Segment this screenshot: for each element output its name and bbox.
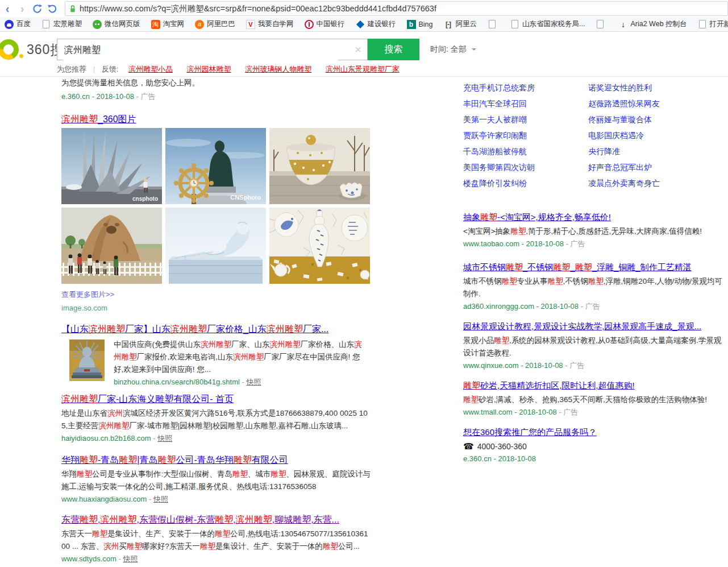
bookmark-shandong-tax[interactable]: 山东省国家税务局... <box>510 19 585 29</box>
time-filter-label: 时间: <box>430 44 448 53</box>
result-title-link[interactable]: 滨州雕塑厂家-山东海义雕塑有限公司- 首页 <box>61 393 234 405</box>
wechat-icon <box>93 20 102 29</box>
bookmark-ccb[interactable]: 建设银行 <box>356 19 396 29</box>
https-lock-icon <box>69 5 76 13</box>
suggestion-link[interactable]: 滨州山东景观雕塑厂家 <box>326 65 400 73</box>
guanyin-statue-thumbnail[interactable] <box>69 340 105 381</box>
promote-service-link[interactable]: 想在360搜索推广您的产品服务吗？ <box>463 427 597 438</box>
feedback-link[interactable]: 反馈: <box>102 65 119 73</box>
bookmark-untitled-1[interactable] <box>488 20 500 28</box>
page-icon <box>511 20 518 28</box>
bookmark-hongjing-diaosu[interactable]: 宏景雕塑 <box>41 19 82 29</box>
search-header: 360搜索 × 搜索 时间: 全部 为您推荐 | 反馈: 滨州雕塑小品 滨州园林… <box>0 32 728 77</box>
suggestion-link[interactable]: 滨州园林雕塑 <box>187 65 231 73</box>
news-link[interactable]: 佟丽娅与董璇合体 <box>588 111 725 127</box>
results-column: 为您提供海量相关信息，助您安心上网。 e.360.cn - 2018-10-08… <box>61 77 372 565</box>
search-box[interactable]: × <box>57 39 368 60</box>
steel-fan-sculpture-image[interactable]: cnsphoto <box>61 128 162 204</box>
porcelain-mosaic-vase-image[interactable] <box>269 208 370 284</box>
result-cite: haiyidiaosu.cn.b2b168.com - 快照 <box>61 432 372 445</box>
news-link[interactable]: 好声音总冠军出炉 <box>588 159 725 175</box>
bookmark-51zxw[interactable]: V我要自学网 <box>246 19 294 29</box>
more-images-link[interactable]: 查看更多图片>> <box>61 289 114 300</box>
alibaba-icon: a <box>195 20 204 29</box>
ad-title-link[interactable]: 雕塑砂岩,天猫精选折扣区,限时让利,超值惠购! <box>463 380 635 391</box>
bookmark-alibaba[interactable]: a阿里巴巴 <box>195 19 235 29</box>
news-link[interactable]: 丰田汽车全球召回 <box>463 96 588 111</box>
back-icon[interactable]: ‹ <box>0 0 15 17</box>
page-icon <box>597 20 604 28</box>
suggestion-link[interactable]: 滨州玻璃钢人物雕塑 <box>245 65 311 73</box>
news-link[interactable]: 美国务卿第四次访朝 <box>463 159 588 175</box>
news-link[interactable]: 赵薇路透照惊呆网友 <box>588 96 725 111</box>
suggestion-link[interactable]: 滨州雕塑小品 <box>128 65 173 73</box>
svg-text:cnsphoto: cnsphoto <box>132 196 158 202</box>
bookmark-wechat-web[interactable]: 微信网页版 <box>93 19 140 29</box>
51zxw-icon: V <box>246 20 255 29</box>
news-link[interactable]: 贾跃亭许家印闹翻 <box>463 127 588 143</box>
result-cite: www.huaxiangdiaosu.com - 快照 <box>61 493 372 506</box>
ad-cite: www.taobao.com - 2018-10-08 - 广告 <box>463 238 725 250</box>
search-result: 【山东滨州雕塑厂家】山东滨州雕塑厂家价格_山东滨州雕塑厂家... 中国供应商(免… <box>61 323 372 388</box>
bookmark-new-tab[interactable]: 打开新的标签页 <box>698 19 728 29</box>
bookmark-bank-of-china[interactable]: 中国银行 <box>305 19 345 29</box>
result-snippet: 华翔雕塑公司是专业从事制作:大型假山假树、青岛雕塑、城市雕塑、园林景观、庭院设计… <box>61 468 372 493</box>
news-link[interactable]: 诺奖迎女性的胜利 <box>588 80 725 96</box>
result-cite: binzhou.china.cn/search/80b41g.shtml - 快… <box>114 376 362 388</box>
forward-icon[interactable]: › <box>15 0 30 17</box>
news-link[interactable]: 美第一夫人被群嘲 <box>463 111 588 127</box>
bookmark-baidu[interactable]: 百度 <box>5 19 31 29</box>
ad-snippet: 雕塑砂岩,满减、秒杀、抢购,365天不间断,天猫给你极致的生活购物体验! <box>463 394 725 406</box>
search-input[interactable] <box>63 40 338 60</box>
result-title-link[interactable]: 【山东滨州雕塑厂家】山东滨州雕塑厂家价格_山东滨州雕塑厂家... <box>61 323 328 335</box>
result-title-link[interactable]: 东营雕塑,滨州雕塑,东营假山假树-东营雕塑,滨州雕塑,聊城雕塑,东营... <box>61 514 339 525</box>
bookmark-aliyun[interactable]: [-]阿里云 <box>444 19 477 29</box>
search-result: 华翔雕塑-青岛雕塑|青岛雕塑公司-青岛华翔雕塑有限公司 华翔雕塑公司是专业从事制… <box>61 454 372 506</box>
page-icon <box>43 20 49 28</box>
chevron-down-icon <box>472 48 476 53</box>
undo-icon[interactable] <box>47 3 58 14</box>
search-button[interactable]: 搜索 <box>368 39 419 60</box>
result-snippet: 中国供应商(免费提供山东滨州雕塑厂家、山东滨州雕塑厂家价格、山东滨州雕塑厂家报价… <box>114 338 362 376</box>
ad-title-link[interactable]: 城市不锈钢雕塑_不锈钢雕塑_雕塑_浮雕_铜雕_制作工艺精湛 <box>463 262 692 273</box>
sand-sculpture-visitors-image[interactable] <box>61 208 162 284</box>
result-title-link[interactable]: 华翔雕塑-青岛雕塑|青岛雕塑公司-青岛华翔雕塑有限公司 <box>61 454 288 466</box>
news-link[interactable]: 凌晨点外卖离奇身亡 <box>588 175 725 191</box>
marble-mother-baby-sculpture-image[interactable] <box>165 208 266 284</box>
time-filter-dropdown[interactable]: 时间: 全部 <box>430 44 476 55</box>
search-result: 滨州雕塑厂家-山东海义雕塑有限公司- 首页 地址是山东省滨州滨城区经济开发区黄河… <box>61 393 372 445</box>
news-link[interactable]: 充电手机订总统套房 <box>463 80 588 96</box>
ad-title-link[interactable]: 抽象雕塑-<淘宝网>,规格齐全,畅享低价! <box>463 212 611 223</box>
mosaic-teacup-sculpture-image[interactable] <box>269 128 370 204</box>
browser-nav-row: ‹ › https://www.so.com/s?q=滨州雕塑&src=srp&… <box>0 0 728 17</box>
url-text: https://www.so.com/s?q=滨州雕塑&src=srp&fr=n… <box>80 3 436 14</box>
ad-snippet: 景观小品雕塑,系统的园林景观设计教程,从0基础到高级,大量高端案例.学景观设计首… <box>463 334 725 359</box>
bookmark-aria2[interactable]: ↓Aria2 Web 控制台 <box>618 19 687 29</box>
divider: | <box>93 65 95 73</box>
url-bar[interactable]: https://www.so.com/s?q=滨州雕塑&src=srp&fr=n… <box>65 1 728 16</box>
suggestions-row: 为您推荐 | 反馈: 滨州雕塑小品 滨州园林雕塑 滨州玻璃钢人物雕塑 滨州山东景… <box>57 64 411 75</box>
page-icon <box>489 20 496 28</box>
bronze-statue-ship-wheel-image[interactable]: CNSphoto <box>165 128 266 204</box>
result-snippet: 东营天一雕塑是集设计、生产、安装于一体的雕塑公司,热线电话:1305467507… <box>61 528 372 553</box>
refresh-icon[interactable] <box>32 3 43 14</box>
image-grid: cnsphoto CNSphoto <box>61 128 370 284</box>
ad-cite: www.tmall.com - 2018-10-08 - 广告 <box>463 406 725 419</box>
bing-icon: b <box>407 20 416 29</box>
ad-cite: ad360.xinronggg.com - 2018-10-08 - 广告 <box>463 300 725 313</box>
ad-title-link[interactable]: 园林景观设计教程,景观设计实战教学,园林景观高手速成_景观... <box>463 321 701 332</box>
clear-search-icon[interactable]: × <box>355 43 361 56</box>
bookmark-untitled-2[interactable] <box>596 20 608 28</box>
boc-icon <box>305 20 314 29</box>
result-snippet: 地址是山东省滨州滨城区经济开发区黄河六路516号,联系方式是1876663887… <box>61 407 372 432</box>
news-link[interactable]: 电影国庆档遇冷 <box>588 127 725 143</box>
news-link[interactable]: 央行降准 <box>588 143 725 159</box>
browser-chrome: ‹ › https://www.so.com/s?q=滨州雕塑&src=srp&… <box>0 0 728 32</box>
bookmark-taobao[interactable]: 淘淘宝网 <box>151 19 185 29</box>
bookmark-bing[interactable]: bBing <box>407 20 433 29</box>
news-link[interactable]: 楼盘降价引发纠纷 <box>463 175 588 191</box>
taobao-icon: 淘 <box>151 20 160 29</box>
promo-cite: e.360.cn - 2018-10-08 <box>463 453 725 465</box>
news-link[interactable]: 千岛湖游船被停航 <box>463 143 588 159</box>
image-result-title[interactable]: 滨州雕塑_360图片 <box>61 113 136 125</box>
